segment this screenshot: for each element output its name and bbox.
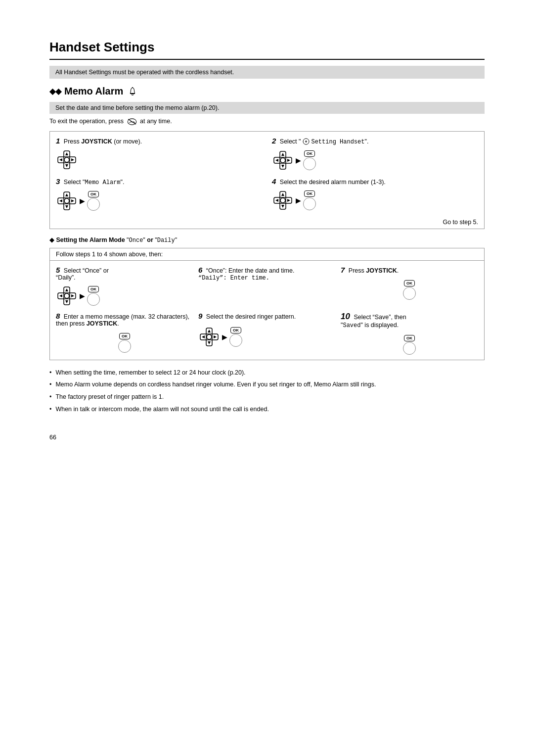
svg-marker-8 [65, 152, 68, 155]
section-title: Memo Alarm [64, 86, 123, 97]
step-6-text: “Once”: Enter the date and time. “Daily”… [198, 267, 294, 281]
ok-button-4: OK [303, 190, 316, 210]
steps-1-4-box: 1 Press JOYSTICK (or move). [49, 131, 485, 229]
arrow-right-2: ▶ [296, 156, 301, 164]
svg-marker-33 [275, 199, 278, 202]
step-3: 3 Select "Memo Alarm". ▶ OK [56, 177, 262, 212]
step-1-text: Press JOYSTICK (or move). [64, 138, 142, 145]
svg-marker-47 [202, 335, 205, 338]
arrow-right-5: ▶ [80, 292, 85, 300]
svg-marker-32 [281, 205, 284, 208]
svg-marker-38 [65, 288, 68, 291]
step-2-text: Select " Setting Handset". [280, 138, 369, 145]
svg-marker-11 [71, 158, 74, 161]
step-9-icon: ▶ OK [198, 326, 336, 348]
svg-marker-40 [59, 294, 62, 297]
step-1-num: 1 [56, 137, 60, 145]
step-4-text: Select the desired alarm number (1-3). [280, 179, 386, 186]
step-5-text: Select “Once” or “Daily”. [56, 267, 109, 281]
alarm-mode-header: ◆ Setting the Alarm Mode "Once" or "Dail… [49, 236, 485, 244]
page-number: 66 [49, 434, 485, 441]
svg-point-37 [64, 293, 69, 298]
follow-steps-bar: Follow steps 1 to 4 shown above, then: [50, 248, 484, 261]
step-7-num: 7 [341, 266, 345, 274]
info-bar: All Handset Settings must be operated wi… [49, 66, 485, 79]
note-4: • When in talk or intercom mode, the ala… [49, 405, 485, 414]
step-2-num: 2 [272, 137, 276, 145]
svg-marker-39 [65, 300, 68, 303]
step-5-icon: ▶ OK [56, 285, 193, 307]
step-4: 4 Select the desired alarm number (1-3).… [272, 177, 478, 212]
step-8-num: 8 [56, 312, 60, 320]
diamond-bullets: ◆◆ [49, 87, 61, 96]
svg-line-4 [128, 119, 136, 124]
step-9-text: Select the desired ringer pattern. [206, 313, 296, 320]
sub-info-bar: Set the date and time before setting the… [49, 102, 485, 114]
step-7-text: Press JOYSTICK. [349, 267, 399, 274]
step-2: 2 Select " Setting Handset". [272, 137, 478, 172]
svg-marker-27 [71, 199, 74, 202]
svg-point-30 [280, 198, 285, 203]
svg-marker-26 [59, 199, 62, 202]
step-3-icon: ▶ OK [56, 190, 262, 212]
svg-marker-9 [65, 164, 68, 167]
step-10-num: 10 [341, 312, 350, 321]
svg-marker-41 [71, 294, 74, 297]
go-to-step: Go to step 5. [50, 217, 484, 229]
step-10-text: Select “Save”, then "Saved" is displayed… [341, 314, 406, 329]
step-10-icon: OK [341, 335, 478, 355]
step-2-icon: ▶ OK [272, 149, 478, 171]
svg-marker-48 [214, 335, 217, 338]
svg-marker-25 [65, 205, 68, 208]
step-3-num: 3 [56, 177, 60, 186]
small-diamond: ◆ [49, 236, 54, 243]
step-7: 7 Press JOYSTICK. OK [341, 266, 478, 307]
arrow-right-4: ▶ [296, 196, 301, 204]
step-6: 6 “Once”: Enter the date and time. “Dail… [198, 266, 336, 307]
step-7-icon: OK [341, 280, 478, 300]
svg-point-23 [64, 198, 69, 203]
steps-5-10-box: Follow steps 1 to 4 shown above, then: 5… [49, 248, 485, 360]
ok-button-2: OK [303, 150, 316, 170]
svg-marker-46 [208, 341, 211, 344]
step-5-num: 5 [56, 266, 60, 274]
ok-button-5: OK [87, 286, 100, 306]
setting-icon [303, 138, 310, 145]
arrow-right-9: ▶ [222, 333, 227, 341]
step-8: 8 Enter a memo message (max. 32 characte… [56, 312, 193, 355]
ok-button-9: OK [229, 327, 242, 347]
step-9: 9 Select the desired ringer pattern. ▶ O… [198, 312, 336, 355]
page-title: Handset Settings [49, 40, 485, 60]
step-9-num: 9 [198, 312, 202, 320]
notes-section: • When setting the time, remember to sel… [49, 368, 485, 414]
step-6-num: 6 [198, 266, 202, 274]
svg-marker-18 [281, 165, 284, 168]
step-1: 1 Press JOYSTICK (or move). [56, 137, 262, 172]
svg-point-7 [64, 157, 69, 162]
svg-marker-17 [281, 153, 284, 156]
bell-icon [128, 87, 137, 96]
svg-point-16 [280, 158, 285, 163]
ok-button-3: OK [87, 191, 100, 211]
step-4-icon: ▶ OK [272, 189, 478, 211]
arrow-right-3: ▶ [80, 197, 85, 205]
svg-marker-31 [281, 193, 284, 196]
svg-marker-19 [275, 159, 278, 162]
step-1-icon [56, 149, 262, 172]
exit-line: To exit the operation, press at any time… [49, 118, 485, 125]
section-header: ◆◆ Memo Alarm [49, 86, 485, 97]
svg-point-13 [305, 141, 307, 142]
note-1: • When setting the time, remember to sel… [49, 368, 485, 378]
step-8-text: Enter a memo message (max. 32 characters… [56, 313, 189, 327]
svg-point-1 [132, 94, 134, 95]
note-3: • The factory preset of ringer pattern i… [49, 392, 485, 402]
step-3-text: Select "Memo Alarm". [64, 179, 125, 186]
svg-marker-24 [65, 193, 68, 196]
step-5: 5 Select “Once” or “Daily”. ▶ [56, 266, 193, 307]
note-2: • Memo Alarm volume depends on cordless … [49, 380, 485, 389]
svg-marker-20 [287, 159, 290, 162]
cancel-phone-icon [127, 118, 137, 125]
svg-marker-34 [287, 199, 290, 202]
step-4-num: 4 [272, 177, 276, 186]
step-8-icon: OK [56, 333, 193, 353]
